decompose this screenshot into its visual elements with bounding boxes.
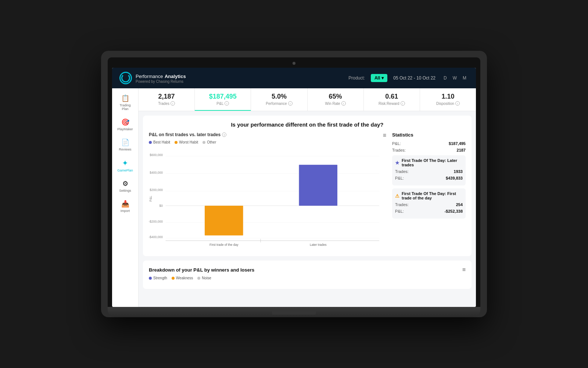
bar-chart-area: $600,000 $400,000 $200,000 $0 -$200,000 …: [149, 147, 386, 250]
chart-container: P&L on first trades vs. later trades i B…: [149, 132, 466, 250]
breakdown-section: Breakdown of your P&L by winners and los…: [143, 261, 472, 289]
legend-worst-habit: Worst Habit: [175, 140, 198, 144]
stat-trades-value: 2,187: [141, 93, 191, 100]
gameplan-icon: ✦: [122, 159, 128, 167]
stats-highlight-first: ⚠ First Trade Of The Day: First trade of…: [392, 188, 466, 219]
risk-reward-info-icon[interactable]: i: [401, 101, 405, 106]
first-trades-row: Trades: 254: [395, 202, 463, 207]
sidebar-item-gameplan[interactable]: ✦ GamePlan: [114, 156, 136, 175]
view-btn-d[interactable]: D: [441, 75, 449, 81]
chart-info-icon[interactable]: i: [222, 132, 226, 137]
first-title: ⚠ First Trade Of The Day: First trade of…: [395, 191, 463, 200]
logo-subtitle: Powered by Chasing Returns: [136, 79, 186, 84]
sidebar-item-playmaker[interactable]: 🎯 PlayMaker: [114, 115, 136, 134]
legend-noise: Noise: [197, 276, 211, 280]
settings-icon: ⚙: [122, 180, 128, 188]
chart-title-area: P&L on first trades vs. later trades i B…: [149, 132, 226, 147]
stat-performance-label: Performance i: [254, 101, 304, 106]
stat-pnl[interactable]: $187,495 P&L i: [195, 88, 251, 111]
stat-risk-reward-label: Risk:Reward i: [367, 101, 417, 106]
date-range: 05 Oct 22 - 10 Oct 22: [393, 75, 435, 81]
stat-trades[interactable]: 2,187 Trades i: [139, 88, 195, 111]
winrate-info-icon[interactable]: i: [341, 101, 346, 106]
trades-info-icon[interactable]: i: [171, 101, 175, 106]
stats-row-trades: Trades: 2187: [392, 148, 466, 152]
product-label: Product:: [348, 75, 365, 81]
content-area: 2,187 Trades i $187,495 P&L i: [139, 88, 476, 307]
legend-dot-strength: [149, 277, 152, 280]
bar-first-trade: [205, 206, 243, 236]
stat-risk-reward[interactable]: 0.61 Risk:Reward i: [364, 88, 420, 111]
stat-disposition[interactable]: 1.10 Disposition i: [420, 88, 476, 111]
svg-text:-$200,000: -$200,000: [149, 220, 163, 223]
view-buttons: D W M: [441, 75, 469, 81]
chart-legend: Best Habit Worst Habit: [149, 140, 226, 144]
warning-icon: ⚠: [395, 193, 399, 199]
sidebar-item-reviews[interactable]: 📄 Reviews: [114, 135, 136, 154]
stat-winrate-label: Win Rate i: [311, 101, 361, 106]
legend-strength: Strength: [149, 276, 167, 280]
sidebar-item-settings[interactable]: ⚙ Settings: [114, 177, 136, 195]
chart-title-row: P&L on first trades vs. later trades i B…: [149, 132, 386, 147]
logo-text-bold: Analytics: [165, 74, 186, 79]
chart-menu-icon[interactable]: ≡: [383, 132, 386, 139]
stat-winrate[interactable]: 65% Win Rate i: [308, 88, 364, 111]
view-btn-m[interactable]: M: [460, 75, 469, 81]
svg-text:P&L: P&L: [149, 196, 153, 202]
top-header: Performance Analytics Powered by Chasing…: [112, 68, 476, 88]
performance-info-icon[interactable]: i: [288, 101, 293, 106]
camera: [293, 62, 295, 65]
stats-panel-content: Statistics P&L: $187,495 Trades: 2187: [392, 132, 466, 219]
section-main-title: Is your performance different on the fir…: [149, 121, 466, 128]
stats-panel-title: Statistics: [392, 132, 466, 138]
stats-panel: Statistics P&L: $187,495 Trades: 2187: [392, 132, 466, 250]
breakdown-legend: Strength Weakness Noise: [149, 276, 466, 280]
pnl-info-icon[interactable]: i: [225, 101, 229, 106]
sidebar-item-trading-plan[interactable]: 📋 TradingPlan: [114, 91, 136, 114]
legend-dot-best: [149, 141, 152, 144]
product-dropdown[interactable]: All ▾: [371, 74, 387, 82]
import-icon: 📥: [121, 200, 129, 208]
reviews-icon: 📄: [121, 138, 129, 146]
svg-text:$600,000: $600,000: [150, 153, 163, 157]
legend-dot-worst: [175, 141, 178, 144]
first-trades-val: 254: [456, 202, 463, 207]
legend-best-habit: Best Habit: [149, 140, 170, 144]
main-area: 📋 TradingPlan 🎯 PlayMaker 📄 Reviews: [112, 88, 476, 307]
logo-area: Performance Analytics Powered by Chasing…: [119, 72, 186, 84]
svg-text:$200,000: $200,000: [150, 188, 163, 192]
svg-text:$400,000: $400,000: [150, 171, 163, 174]
view-btn-w[interactable]: W: [451, 75, 459, 81]
breakdown-title: Breakdown of your P&L by winners and los…: [149, 267, 254, 273]
header-right: Product: All ▾ 05 Oct 22 - 10 Oct 22 D W…: [348, 74, 469, 82]
disposition-info-icon[interactable]: i: [455, 101, 460, 106]
stats-trades-total: 2187: [457, 148, 466, 152]
bar-later-trades: [299, 165, 338, 206]
stat-performance[interactable]: 5.0% Performance i: [251, 88, 307, 111]
later-trades-val: 1933: [454, 169, 463, 174]
stat-disposition-label: Disposition i: [423, 101, 473, 106]
svg-text:$0: $0: [159, 204, 163, 208]
bar-chart-svg: $600,000 $400,000 $200,000 $0 -$200,000 …: [149, 147, 386, 250]
app-container: Performance Analytics Powered by Chasing…: [112, 68, 476, 307]
screen-bezel: Performance Analytics Powered by Chasing…: [108, 57, 480, 307]
chart-title: P&L on first trades vs. later trades i: [149, 132, 226, 137]
later-pnl-val: $439,833: [446, 176, 463, 180]
later-trades-row: Trades: 1933: [395, 169, 463, 174]
stat-trades-label: Trades i: [141, 101, 191, 106]
sidebar-item-import[interactable]: 📥 Import: [114, 197, 136, 216]
first-pnl-val: -$252,338: [444, 209, 463, 213]
playmaker-icon: 🎯: [121, 118, 129, 126]
first-pnl-row: P&L: -$252,338: [395, 209, 463, 213]
stats-pnl-value: $187,495: [449, 141, 466, 146]
logo-icon: [119, 72, 132, 84]
stat-winrate-value: 65%: [311, 93, 361, 100]
svg-text:-$400,000: -$400,000: [149, 235, 163, 239]
legend-dot-noise: [197, 277, 200, 280]
chart-section: Is your performance different on the fir…: [143, 116, 472, 256]
svg-text:First trade of the day: First trade of the day: [209, 243, 239, 247]
stat-risk-reward-value: 0.61: [367, 93, 417, 100]
trading-plan-icon: 📋: [121, 94, 129, 102]
breakdown-menu-icon[interactable]: ≡: [462, 266, 466, 273]
later-pnl-row: P&L: $439,833: [395, 176, 463, 180]
